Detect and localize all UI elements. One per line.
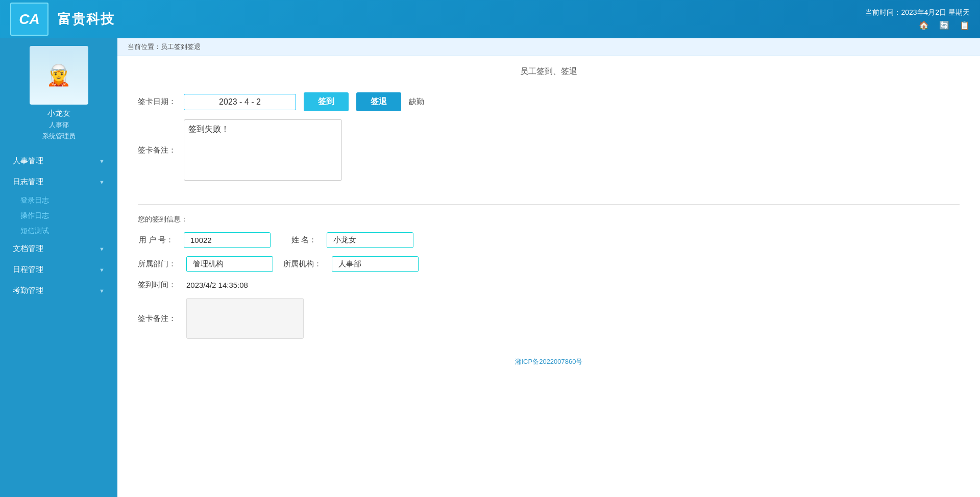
footer: 湘ICP备2022007860号: [138, 347, 960, 377]
note-textarea[interactable]: [186, 298, 304, 339]
user-id-row: 用 户 号： 姓 名：: [138, 232, 960, 248]
dept-label: 所属部门：: [138, 259, 176, 269]
signin-button[interactable]: 签到: [304, 92, 349, 111]
org-group: 所属机构：: [283, 256, 419, 272]
logo-box: CA: [10, 3, 48, 36]
sign-form: 签卡日期： 签到 签退 缺勤 签卡备注： 签到失败！: [138, 87, 960, 194]
sidebar-item-docs[interactable]: 文档管理 ▼: [5, 239, 112, 259]
datetime-label: 当前时间：2023年4月2日 星期天: [865, 7, 970, 18]
chevron-down-icon: ▼: [99, 158, 105, 164]
name-group: 姓 名：: [281, 232, 413, 248]
absent-link[interactable]: 缺勤: [409, 97, 424, 107]
org-label: 所属机构：: [283, 259, 322, 269]
dept-row: 所属部门： 所属机构：: [138, 256, 960, 272]
sidebar-nav: 人事管理 ▼ 日志管理 ▼ 登录日志 操作日志 短信测试 文档管理 ▼ 日程管理…: [0, 151, 117, 302]
info-section: 您的签到信息： 用 户 号： 姓 名： 所属部门：: [138, 215, 960, 339]
name-input[interactable]: [327, 232, 413, 248]
header-right: 当前时间：2023年4月2日 星期天 🏠 🔄 📋: [865, 7, 970, 32]
section-title: 您的签到信息：: [138, 215, 960, 224]
checkin-time-value: 2023/4/2 14:35:08: [186, 281, 248, 289]
avatar: 🧝: [30, 46, 88, 105]
org-input[interactable]: [332, 256, 419, 272]
date-row: 签卡日期： 签到 签退 缺勤: [138, 92, 960, 111]
chevron-down-icon: ▼: [99, 179, 105, 185]
logo-text: CA: [19, 11, 39, 28]
divider: [138, 204, 960, 205]
sidebar-role: 系统管理员: [42, 132, 76, 141]
dept-group: 所属部门：: [138, 256, 273, 272]
note-label: 签卡备注：: [138, 314, 176, 324]
note-row: 签卡备注：: [138, 298, 960, 339]
chevron-down-icon: ▼: [99, 246, 105, 252]
breadcrumb: 当前位置：员工签到签退: [117, 38, 980, 56]
remark-row: 签卡备注： 签到失败！: [138, 119, 960, 181]
user-id-group: 用 户 号：: [138, 232, 271, 248]
dept-input[interactable]: [186, 256, 273, 272]
company-name: 富贵科技: [58, 10, 115, 28]
sidebar-item-login-log[interactable]: 登录日志: [5, 193, 112, 208]
page-content: 员工签到、签退 签卡日期： 签到 签退 缺勤 签卡备注： 签到失败！ 您的签到信: [117, 56, 980, 497]
sidebar-username: 小龙女: [47, 109, 70, 118]
date-input[interactable]: [184, 94, 296, 110]
sidebar-item-schedule[interactable]: 日程管理 ▼: [5, 260, 112, 280]
user-id-input[interactable]: [184, 232, 271, 248]
checkin-time-row: 签到时间： 2023/4/2 14:35:08: [138, 280, 960, 290]
sidebar-dept: 人事部: [49, 120, 69, 130]
sidebar-item-operation-log[interactable]: 操作日志: [5, 208, 112, 223]
date-label: 签卡日期：: [138, 97, 176, 107]
main-content: 当前位置：员工签到签退 员工签到、签退 签卡日期： 签到 签退 缺勤 签卡备注：…: [117, 38, 980, 497]
chevron-down-icon: ▼: [99, 267, 105, 273]
avatar-image: 🧝: [30, 46, 88, 105]
remark-label: 签卡备注：: [138, 145, 176, 155]
sidebar-item-personnel[interactable]: 人事管理 ▼: [5, 151, 112, 171]
layout: 🧝 小龙女 人事部 系统管理员 人事管理 ▼ 日志管理 ▼ 登录日志 操作日志 …: [0, 38, 980, 497]
remark-textarea[interactable]: 签到失败！: [184, 119, 342, 181]
sidebar: 🧝 小龙女 人事部 系统管理员 人事管理 ▼ 日志管理 ▼ 登录日志 操作日志 …: [0, 38, 117, 497]
sidebar-item-log[interactable]: 日志管理 ▼: [5, 172, 112, 192]
chevron-down-icon: ▼: [99, 288, 105, 294]
refresh-icon[interactable]: 🔄: [939, 19, 949, 32]
sidebar-item-attendance[interactable]: 考勤管理 ▼: [5, 281, 112, 301]
checkin-time-label: 签到时间：: [138, 280, 176, 290]
icp-link[interactable]: 湘ICP备2022007860号: [515, 358, 583, 365]
name-label: 姓 名：: [281, 235, 316, 245]
signout-button[interactable]: 签退: [356, 92, 401, 111]
settings-icon[interactable]: 📋: [960, 19, 970, 32]
sidebar-item-sms-test[interactable]: 短信测试: [5, 223, 112, 239]
page-title: 员工签到、签退: [138, 66, 960, 77]
header: CA 富贵科技 当前时间：2023年4月2日 星期天 🏠 🔄 📋: [0, 0, 980, 38]
home-icon[interactable]: 🏠: [919, 19, 929, 32]
user-id-label: 用 户 号：: [138, 235, 174, 245]
